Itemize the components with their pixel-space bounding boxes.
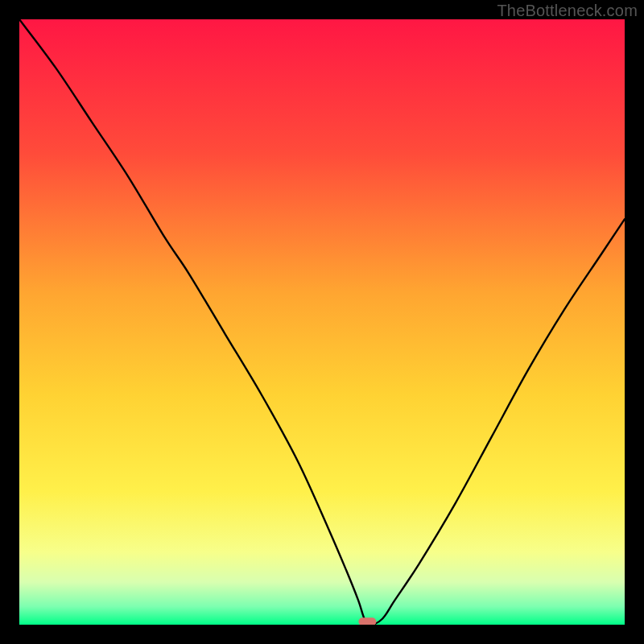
- watermark-text: TheBottleneck.com: [497, 2, 638, 20]
- gradient-background: [19, 19, 625, 625]
- chart-svg: [19, 19, 625, 625]
- chart-stage: TheBottleneck.com: [0, 0, 644, 644]
- plot-area: [19, 19, 625, 625]
- minimum-marker: [358, 617, 376, 625]
